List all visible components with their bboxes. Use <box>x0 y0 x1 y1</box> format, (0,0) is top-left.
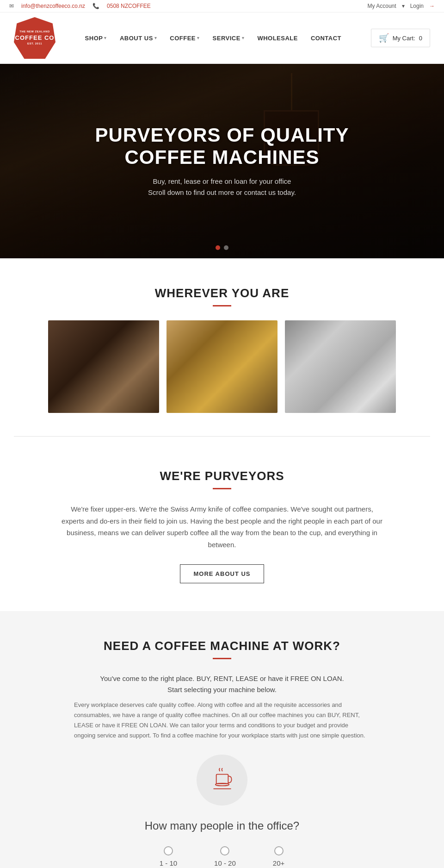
radio-20plus[interactable] <box>274 846 284 856</box>
main-nav: SHOP ▾ ABOUT US ▾ COFFEE ▾ SERVICE ▾ WHO… <box>80 31 347 45</box>
cart-label: My Cart: <box>393 35 415 42</box>
hero-subtitle: Buy, rent, lease or free on loan for you… <box>83 176 361 198</box>
people-label-20plus: 20+ <box>273 859 284 867</box>
hero-content: PURVEYORS OF QUALITY COFFEE MACHINES Buy… <box>83 124 361 199</box>
cart-button[interactable]: 🛒 My Cart: 0 <box>371 29 430 47</box>
people-options: 1 - 10 10 - 20 20+ <box>18 846 426 867</box>
top-bar: ✉ info@thenzcoffeeco.co.nz 📞 0508 NZCOFF… <box>0 0 444 12</box>
people-label-1-10: 1 - 10 <box>160 859 177 867</box>
people-option-1-10[interactable]: 1 - 10 <box>160 846 177 867</box>
section-machine: NEED A COFFEE MACHINE AT WORK? You've co… <box>0 611 444 868</box>
about-dropdown-arrow: ▾ <box>154 36 157 40</box>
image-coffee-glass <box>48 320 159 413</box>
logo-area[interactable]: THE NEW ZEALAND COFFEE CO EST. 2011 <box>14 17 56 59</box>
nav-service[interactable]: SERVICE ▾ <box>207 31 250 45</box>
coffee-dropdown-arrow: ▾ <box>197 36 200 40</box>
hero-dots <box>216 245 228 250</box>
account-dropdown-arrow: ▾ <box>402 3 405 9</box>
email-link[interactable]: info@thenzcoffeeco.co.nz <box>21 3 85 9</box>
hero-title: PURVEYORS OF QUALITY COFFEE MACHINES <box>83 124 361 169</box>
shop-dropdown-arrow: ▾ <box>104 36 107 40</box>
people-label-10-20: 10 - 20 <box>214 859 236 867</box>
svg-rect-0 <box>216 774 228 784</box>
nav-wholesale[interactable]: WHOLESALE <box>252 31 303 45</box>
nav-about[interactable]: ABOUT US ▾ <box>114 31 162 45</box>
machine-icon-circle <box>197 755 247 806</box>
radio-1-10[interactable] <box>164 846 173 856</box>
phone-link[interactable]: 0508 NZCOFFEE <box>107 3 151 9</box>
machine-title: NEED A COFFEE MACHINE AT WORK? <box>18 639 426 653</box>
more-about-us-button[interactable]: MORE ABOUT US <box>180 564 264 583</box>
wherever-underline <box>213 305 231 306</box>
login-link[interactable]: Login <box>410 3 424 9</box>
machine-highlight: You've come to the right place. BUY, REN… <box>18 673 426 695</box>
purveyors-underline <box>213 488 231 489</box>
section-purveyors: WE'RE PURVEYORS We're fixer upper-ers. W… <box>0 441 444 611</box>
cart-icon: 🛒 <box>379 33 389 43</box>
cart-count: 0 <box>419 35 422 42</box>
hero-section: PURVEYORS OF QUALITY COFFEE MACHINES Buy… <box>0 64 444 258</box>
logo-badge: THE NEW ZEALAND COFFEE CO EST. 2011 <box>14 17 56 59</box>
section-wherever: WHEREVER YOU ARE <box>0 258 444 431</box>
coffee-machine-icon <box>210 768 235 793</box>
header: THE NEW ZEALAND COFFEE CO EST. 2011 SHOP… <box>0 12 444 64</box>
wherever-images <box>14 320 430 413</box>
purveyors-body: We're fixer upper-ers. We're the Swiss A… <box>60 503 384 550</box>
radio-10-20[interactable] <box>220 846 229 856</box>
purveyors-title: WE'RE PURVEYORS <box>37 469 407 483</box>
my-account-link[interactable]: My Account <box>368 3 396 9</box>
section-divider <box>14 436 430 437</box>
svg-point-1 <box>215 783 228 786</box>
nav-contact[interactable]: CONTACT <box>305 31 347 45</box>
machine-underline <box>213 658 231 659</box>
phone-icon: 📞 <box>92 3 99 9</box>
logo-line1: THE NEW ZEALAND <box>19 30 50 34</box>
nav-coffee[interactable]: COFFEE ▾ <box>164 31 205 45</box>
people-option-20plus[interactable]: 20+ <box>273 846 284 867</box>
hero-dot-1[interactable] <box>216 245 220 250</box>
image-roasting <box>166 320 278 413</box>
nav-shop[interactable]: SHOP ▾ <box>80 31 112 45</box>
top-bar-right: My Account ▾ Login → <box>368 3 435 9</box>
top-bar-left: ✉ info@thenzcoffeeco.co.nz 📞 0508 NZCOFF… <box>9 3 151 9</box>
email-icon: ✉ <box>9 3 14 9</box>
people-option-10-20[interactable]: 10 - 20 <box>214 846 236 867</box>
logo-line3: EST. 2011 <box>27 42 42 46</box>
image-machine <box>285 320 396 413</box>
login-icon: → <box>429 3 435 9</box>
hero-dot-2[interactable] <box>224 245 228 250</box>
logo-main: COFFEE CO <box>15 34 55 42</box>
service-dropdown-arrow: ▾ <box>242 36 245 40</box>
machine-body: Every workplace deserves cafe quality co… <box>74 700 370 741</box>
people-question: How many people in the office? <box>18 819 426 832</box>
wherever-title: WHEREVER YOU ARE <box>14 286 430 300</box>
